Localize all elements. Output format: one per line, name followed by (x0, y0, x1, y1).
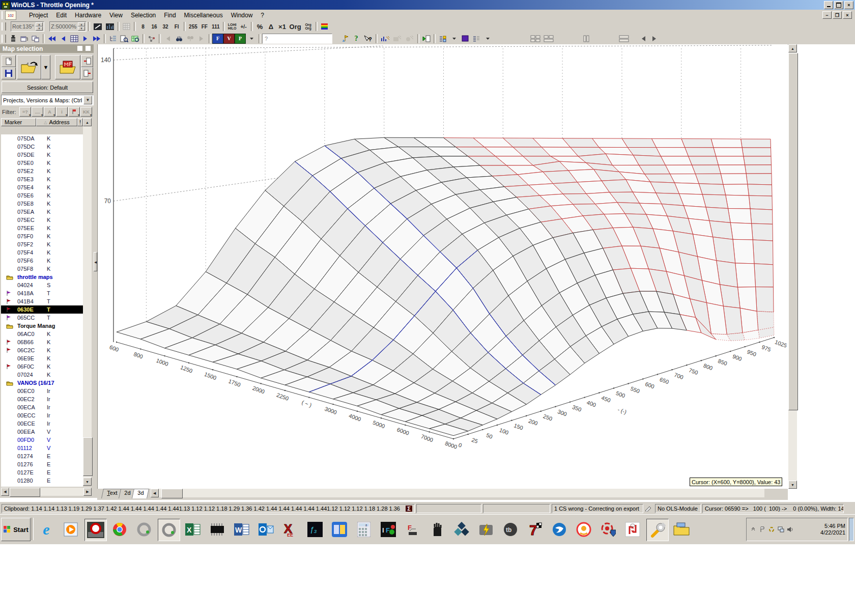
list-item-row[interactable]: 07024K (1, 371, 83, 379)
toolbar2-grip[interactable] (2, 35, 6, 43)
sum-icon[interactable]: Σ (406, 506, 412, 512)
list-item-row[interactable]: 075DCK (1, 143, 83, 151)
list-folder-row[interactable]: VANOS (16/17 (1, 379, 83, 387)
combo-dropdown-icon[interactable]: ▼ (83, 96, 92, 104)
taskbar-icon-flash-tool[interactable]: F (402, 519, 423, 540)
toolbar-button-[interactable]: +/- (238, 21, 249, 32)
menu-item-hardware[interactable]: Hardware (71, 10, 105, 20)
toolbar-button-tree-list[interactable] (107, 34, 119, 44)
zoom-spin-arrows[interactable]: ▲▼ (78, 22, 85, 31)
import-doc-button[interactable] (81, 55, 93, 67)
list-item-row[interactable]: 075F0K (1, 232, 83, 240)
list-item-row[interactable]: 06E9EK (1, 354, 83, 362)
list-item-row[interactable]: 01112V (1, 444, 83, 452)
filter-button-A[interactable]: A▾ (44, 107, 55, 117)
list-item-row-selected[interactable]: 0630ET (1, 305, 83, 314)
taskbar-icon-documents-folder[interactable] (671, 519, 692, 540)
toolbar-button-color-bars[interactable] (319, 21, 330, 32)
toolbar-button-import-doc[interactable] (421, 34, 432, 44)
taskbar-icon-seven-tuner[interactable]: 7 (524, 519, 546, 540)
taskbar-icon-media-player[interactable] (60, 519, 81, 540)
mdi-close-button[interactable]: × (843, 11, 852, 19)
toolbar-button-molecule[interactable] (146, 34, 157, 44)
menu-item-edit[interactable]: Edit (52, 10, 71, 20)
menu-item-selection[interactable]: Selection (127, 10, 160, 20)
toolbar-button-ff[interactable]: FF (199, 21, 210, 32)
rotation-spin-arrows[interactable]: ▲▼ (36, 22, 43, 31)
toolbar-button-doc-zoom[interactable] (119, 34, 130, 44)
save-button[interactable] (2, 67, 16, 79)
toolbar-button-grid-cells[interactable] (121, 21, 132, 32)
list-item-row[interactable]: 075F8K (1, 265, 83, 273)
close-button[interactable]: × (844, 1, 853, 9)
taskbar-icon-glove-app[interactable] (426, 519, 448, 540)
toolbar-button-split-vertical[interactable] (581, 34, 592, 44)
taskbar-icon-x-editor[interactable]: XEE (280, 519, 301, 540)
open-project-button[interactable] (17, 55, 41, 79)
tray-clock[interactable]: 5:46 PM 4/22/2021 (820, 523, 845, 536)
tray-icon-volume[interactable] (786, 526, 793, 533)
list-folder-row[interactable]: Torque Manag (1, 322, 83, 330)
toolbar-button-tile-grid[interactable] (529, 34, 542, 44)
toolbar-button-[interactable]: % (254, 21, 266, 32)
list-item-row[interactable]: 00EEAV (1, 428, 83, 436)
toolbar-button-dropdown[interactable] (448, 34, 460, 44)
session-button[interactable]: Session: Default (2, 81, 93, 93)
toolbar-button-dropdown[interactable] (482, 34, 493, 44)
view-hscrollbar[interactable] (159, 489, 764, 497)
splitter-collapse-button[interactable]: ◀ (94, 252, 97, 271)
menu-item-miscellaneous[interactable]: Miscellaneous (180, 10, 227, 20)
list-item-row[interactable]: 01274E (1, 452, 83, 460)
tray-icon-chevron-up[interactable] (750, 526, 757, 533)
list-item-row[interactable]: 06F0CK (1, 362, 83, 371)
filter-button-....[interactable]: ....▾ (32, 107, 43, 117)
filter-button-KK[interactable]: KK▾ (80, 107, 92, 117)
taskbar-icon-dashcam-app[interactable] (84, 519, 107, 541)
list-scroll-right[interactable]: ▶ (83, 488, 92, 496)
list-scroll-down[interactable]: ▼ (83, 478, 92, 486)
maximize-button[interactable] (834, 1, 843, 9)
rotation-spinner[interactable]: Rot:135° ▲▼ (11, 21, 44, 32)
tray-icon-sync[interactable] (768, 526, 775, 533)
taskbar-icon-tb-app[interactable]: tb (500, 519, 521, 540)
toolbar-button-orgorg[interactable]: OrgOrg (303, 21, 314, 32)
toolbar-button-wizard-2[interactable] (391, 34, 404, 44)
list-item-row[interactable]: 06C2CK (1, 346, 83, 354)
show-desktop-button[interactable] (849, 518, 854, 541)
taskbar-icon-signature-app[interactable]: ƒ₃ (304, 519, 326, 540)
toolbar-button-binocular-up[interactable] (174, 34, 185, 44)
menu-item-project[interactable]: Project (25, 10, 52, 20)
toolbar-button-context-help[interactable]: ? (362, 34, 374, 44)
list-folder-row[interactable]: throttle maps (1, 273, 83, 281)
list-item-row[interactable]: 075E4K (1, 183, 83, 191)
view-hscroll-thumb[interactable] (161, 489, 183, 498)
list-item-row[interactable]: 075E3K (1, 175, 83, 183)
list-item-row[interactable]: 075E6K (1, 191, 83, 200)
minimize-button[interactable] (824, 1, 833, 9)
list-item-row[interactable]: 075E2K (1, 167, 83, 175)
toolbar-button-org[interactable]: Org (288, 21, 303, 32)
map-selection-titlebar[interactable]: Map selection (0, 44, 94, 53)
export-doc-button[interactable] (81, 67, 93, 79)
list-item-row[interactable]: 075DEK (1, 151, 83, 159)
toolbar-button-win-copy[interactable] (19, 34, 30, 44)
filter-button-i[interactable]: i▾ (56, 107, 68, 117)
list-hscroll-thumb[interactable] (10, 488, 40, 497)
list-item-row[interactable]: 075E0K (1, 159, 83, 167)
menu-item-?[interactable]: ? (256, 10, 268, 20)
list-item-row[interactable]: 075E8K (1, 200, 83, 208)
list-item-row[interactable]: 075ECK (1, 216, 83, 224)
toolbar-button-arrow-right[interactable] (649, 34, 660, 44)
toolbar-button-fl[interactable]: Fl (171, 21, 182, 32)
start-button[interactable]: Start (1, 518, 31, 541)
toolbar-button-255[interactable]: 255 (187, 21, 199, 32)
list-item-row[interactable]: 06B66K (1, 338, 83, 346)
toolbar-button-lohihilo[interactable]: LOHIHILO (226, 21, 238, 32)
column-header-marker[interactable]: Marker (1, 118, 36, 126)
toolbar-button-list-settings[interactable] (437, 34, 448, 44)
list-item-row[interactable]: 01280E (1, 477, 83, 485)
taskbar-icon-opera-touch[interactable] (573, 519, 594, 540)
toolbar-button-f[interactable]: F (212, 34, 223, 44)
surface-plot[interactable]: 70140600800100012501500175020002250( ~ )… (98, 44, 788, 489)
filter-button-=?[interactable]: =?▾ (19, 107, 31, 117)
